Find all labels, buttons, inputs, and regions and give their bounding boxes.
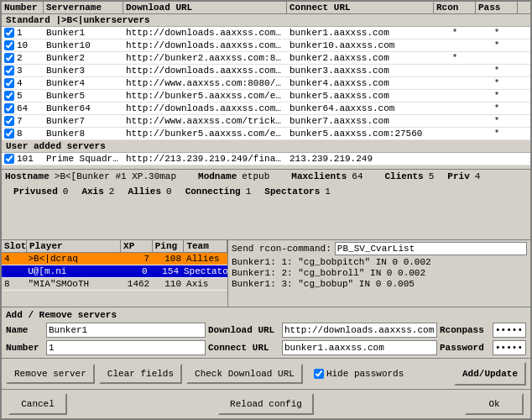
password-input[interactable] xyxy=(493,340,526,355)
row-check[interactable]: 2 xyxy=(2,52,44,64)
header-number: Number xyxy=(2,2,44,13)
row-rcon xyxy=(434,82,476,84)
row-pass: * xyxy=(476,39,518,51)
rcon-command-input[interactable] xyxy=(335,242,527,255)
row-dlurl: http://downloads.aaxxss.com/b10/et... xyxy=(123,39,287,51)
row-name: Bunker7 xyxy=(44,115,123,127)
server-checkbox[interactable] xyxy=(4,28,14,38)
modname-label: Modname xyxy=(198,171,237,181)
player-slot xyxy=(2,270,25,272)
add-update-button[interactable]: Add/Update xyxy=(454,362,526,386)
row-name: Bunker8 xyxy=(44,128,123,139)
clients-value: 5 xyxy=(429,171,435,181)
name-label: Name xyxy=(6,325,44,335)
row-number: 8 xyxy=(17,129,23,139)
privused-label: Privused xyxy=(13,186,58,197)
row-check[interactable]: 64 xyxy=(2,102,44,114)
server-row[interactable]: 4 Bunker4 http://www.aaxxss.com:8080/may… xyxy=(2,77,530,90)
row-number: 4 xyxy=(17,78,23,88)
row-name: Bunker1 xyxy=(44,27,123,39)
modname-value: etpub xyxy=(242,171,269,181)
player-name: U@[m.ni xyxy=(25,265,118,277)
player-rows: 4 >B<|dcraq 7 108 Allies U@[m.ni 0 154 S… xyxy=(2,253,227,303)
player-list: Slot Player XP Ping Team 4 >B<|dcraq 7 1… xyxy=(2,240,228,307)
cancel-button[interactable]: Cancel xyxy=(8,393,67,415)
row-check[interactable]: 5 xyxy=(2,90,44,102)
server-checkbox[interactable] xyxy=(4,78,14,88)
row-pass: * xyxy=(476,128,518,139)
row-conurl: bunker7.aaxxss.com xyxy=(287,115,434,127)
clear-fields-button[interactable]: Clear fields xyxy=(99,364,182,384)
rconpass-input[interactable] xyxy=(493,323,526,338)
server-row[interactable]: 8 Bunker8 http://bunker5.aaxxss.com/eusq… xyxy=(2,128,530,140)
user-server-row[interactable]: 101 Prime Squadron #1 http://213.239.219… xyxy=(2,153,530,165)
name-input[interactable] xyxy=(46,323,206,338)
row-name: Prime Squadron #1 xyxy=(44,153,123,165)
player-ping: 110 xyxy=(152,278,184,290)
standard-group-header: Standard |>B<|unkerservers xyxy=(2,14,530,27)
row-pass: * xyxy=(476,77,518,89)
server-row[interactable]: 7 Bunker7 http://www.aaxxss.com/trickju.… xyxy=(2,115,530,128)
header-servername: Servername xyxy=(44,2,123,13)
hide-passwords-checkbox[interactable] xyxy=(314,369,324,379)
connecting-label: Connecting xyxy=(185,186,241,197)
header-rcon: Rcon xyxy=(434,2,476,13)
player-team: Axis xyxy=(184,278,227,290)
row-check[interactable]: 10 xyxy=(2,39,44,51)
ok-button[interactable]: Ok xyxy=(465,393,524,415)
row-check[interactable]: 101 xyxy=(2,153,44,165)
dlurl-input[interactable] xyxy=(282,323,437,338)
server-row[interactable]: 1 Bunker1 http://downloads.aaxxss.com/de… xyxy=(2,27,530,39)
server-table-scroll[interactable]: Standard |>B<|unkerservers 1 Bunker1 htt… xyxy=(2,14,530,170)
rcon-output1: Bunker1: 1: "cg_bobpitch" IN 0 0.002 xyxy=(232,257,527,267)
dlurl-label: Download URL xyxy=(208,325,279,335)
server-checkbox[interactable] xyxy=(4,154,14,164)
row-name: Bunker64 xyxy=(44,102,123,114)
server-rows: 1 Bunker1 http://downloads.aaxxss.com/de… xyxy=(2,27,530,140)
conurl-label: Connect URL xyxy=(208,343,279,353)
player-row: U@[m.ni 0 154 Spectator xyxy=(2,265,227,278)
header-conurl: Connect URL xyxy=(287,2,434,13)
server-row[interactable]: 5 Bunker5 http://bunker5.aaxxss.com/etse… xyxy=(2,90,530,102)
remove-server-button[interactable]: Remove server xyxy=(6,364,95,384)
row-rcon xyxy=(434,120,476,122)
player-name: "MIA"SMOoTH xyxy=(26,278,121,290)
spectators-label: Spectators xyxy=(264,186,320,197)
clients-label: Clients xyxy=(385,171,424,181)
server-checkbox[interactable] xyxy=(4,103,14,113)
server-checkbox[interactable] xyxy=(4,129,14,139)
row-conurl: bunker1.aaxxss.com xyxy=(287,27,434,39)
row-number: 3 xyxy=(17,66,23,76)
row-check[interactable]: 4 xyxy=(2,77,44,89)
ph-player: Player xyxy=(27,240,121,252)
row-check[interactable]: 3 xyxy=(2,65,44,76)
row-rcon xyxy=(434,45,476,46)
server-row[interactable]: 64 Bunker64 http://downloads.aaxxss.com/… xyxy=(2,102,530,115)
reload-config-button[interactable]: Reload config xyxy=(218,393,314,415)
server-checkbox[interactable] xyxy=(4,53,14,63)
row-name: Bunker4 xyxy=(44,77,123,89)
server-checkbox[interactable] xyxy=(4,40,14,50)
row-check[interactable]: 7 xyxy=(2,115,44,127)
row-check[interactable]: 1 xyxy=(2,27,44,39)
server-row[interactable]: 10 Bunker10 http://downloads.aaxxss.com/… xyxy=(2,39,530,52)
row-conurl: bunker10.aaxxss.com xyxy=(287,39,434,51)
row-number: 10 xyxy=(17,40,28,50)
server-checkbox[interactable] xyxy=(4,66,14,76)
row-number: 7 xyxy=(17,116,23,126)
server-row[interactable]: 3 Bunker3 http://downloads.aaxxss.com/ca… xyxy=(2,65,530,77)
row-dlurl: http://downloads.aaxxss.com/califom... xyxy=(123,65,287,76)
hide-passwords-label[interactable]: Hide passwords xyxy=(314,369,404,379)
header-pass: Pass xyxy=(476,2,518,13)
conurl-input[interactable] xyxy=(282,340,437,355)
row-conurl: bunker5.aaxxss.com:27560 xyxy=(287,128,434,139)
row-pass: * xyxy=(476,90,518,102)
row-check[interactable]: 8 xyxy=(2,128,44,139)
server-row[interactable]: 2 Bunker2 http://bunker2.aaxxss.com:8080… xyxy=(2,52,530,65)
row-rcon xyxy=(434,70,476,71)
number-input[interactable] xyxy=(46,340,206,355)
check-download-button[interactable]: Check Download URL xyxy=(186,364,303,384)
player-team: Allies xyxy=(184,253,227,265)
server-checkbox[interactable] xyxy=(4,116,14,126)
server-checkbox[interactable] xyxy=(4,91,14,101)
